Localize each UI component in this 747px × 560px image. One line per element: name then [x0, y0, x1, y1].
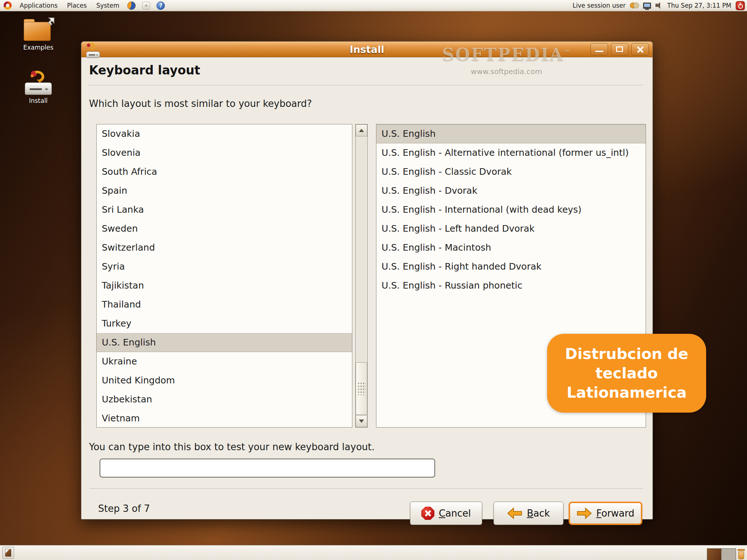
- country-row[interactable]: Slovakia: [97, 124, 352, 143]
- country-row[interactable]: Thailand: [97, 295, 352, 314]
- maximize-button[interactable]: [611, 43, 628, 55]
- launcher-icon[interactable]: [142, 2, 150, 9]
- close-button[interactable]: [631, 43, 649, 55]
- panel-left-cluster: Applications Places System ?: [0, 1, 165, 10]
- window-titlebar[interactable]: Install: [81, 42, 653, 57]
- country-row[interactable]: Switzerland: [97, 238, 352, 257]
- window-controls: [591, 43, 653, 55]
- country-row[interactable]: South Africa: [97, 162, 352, 181]
- shortcut-arrow-icon: [44, 15, 57, 27]
- country-row[interactable]: Vietnam: [97, 409, 352, 428]
- show-desktop-button[interactable]: [2, 547, 14, 559]
- scrollbar-grip-icon: [358, 383, 366, 395]
- variant-row[interactable]: U.S. English - Russian phonetic: [376, 276, 646, 295]
- country-row[interactable]: Syria: [97, 257, 352, 276]
- variant-row[interactable]: U.S. English - Left handed Dvorak: [376, 219, 646, 238]
- keyboard-test-input[interactable]: [100, 459, 435, 478]
- help-icon[interactable]: ?: [156, 1, 165, 10]
- forward-label: Forward: [596, 508, 635, 519]
- cancel-icon: [421, 507, 434, 520]
- arrow-down-icon: [359, 420, 364, 423]
- desktop-icon-label: Install: [15, 97, 62, 104]
- country-row[interactable]: United Kingdom: [97, 371, 352, 390]
- country-list-scrollbar[interactable]: [355, 124, 368, 428]
- panel-right-cluster: Live session user Thu Sep 27, 3:11 PM: [573, 1, 747, 10]
- country-row[interactable]: Sweden: [97, 219, 352, 238]
- step-indicator: Step 3 of 7: [98, 503, 150, 514]
- variant-row[interactable]: U.S. English - Alternative international…: [376, 143, 646, 162]
- variant-row[interactable]: U.S. English - Classic Dvorak: [376, 162, 646, 181]
- cancel-button[interactable]: Cancel: [410, 502, 482, 525]
- cancel-label: Cancel: [439, 508, 471, 519]
- firefox-icon[interactable]: [127, 1, 136, 10]
- window-emblem-icon: [86, 43, 95, 50]
- country-row[interactable]: U.S. English: [97, 333, 352, 352]
- country-row[interactable]: Slovenia: [97, 143, 352, 162]
- cd-drive-icon: [25, 82, 52, 95]
- menu-places[interactable]: Places: [66, 1, 88, 10]
- folder-shortcut-icon: [24, 19, 53, 42]
- annotation-callout: Distrubcion de teclado Lationamerica: [547, 334, 706, 413]
- desktop-icon-label: Examples: [15, 44, 62, 51]
- variant-row[interactable]: U.S. English - International (with dead …: [376, 200, 646, 219]
- menu-applications[interactable]: Applications: [18, 1, 59, 10]
- menu-system[interactable]: System: [95, 1, 121, 10]
- variant-row[interactable]: U.S. English - Dvorak: [376, 181, 646, 200]
- bottom-taskbar: [0, 545, 747, 560]
- desktop-icon-install[interactable]: Install: [15, 69, 62, 104]
- screen: Applications Places System ? Live sessio…: [0, 0, 747, 560]
- window-body: Keyboard layout Which layout is most sim…: [81, 57, 653, 519]
- top-panel: Applications Places System ? Live sessio…: [0, 0, 747, 11]
- country-row[interactable]: Ukraine: [97, 352, 352, 371]
- question-label: Which layout is most similar to your key…: [89, 98, 312, 109]
- user-switcher-icon[interactable]: [630, 2, 639, 9]
- page-title: Keyboard layout: [89, 63, 200, 77]
- forward-button[interactable]: Forward: [569, 502, 642, 525]
- back-button[interactable]: Back: [494, 502, 564, 525]
- workspace-2[interactable]: [721, 548, 736, 560]
- country-row[interactable]: Spain: [97, 181, 352, 200]
- heading-separator: [89, 85, 643, 86]
- variant-row[interactable]: U.S. English - Macintosh: [376, 238, 646, 257]
- volume-icon[interactable]: [655, 2, 663, 9]
- country-list[interactable]: SlovakiaSloveniaSouth AfricaSpainSri Lan…: [96, 124, 352, 428]
- forward-arrow-icon: [577, 507, 592, 519]
- desktop-icon-examples[interactable]: Examples: [15, 19, 62, 51]
- minimize-button[interactable]: [591, 43, 608, 55]
- window-icon: [86, 43, 100, 56]
- minimize-icon: [595, 51, 603, 52]
- country-row[interactable]: Turkey: [97, 314, 352, 333]
- close-icon: [636, 46, 644, 54]
- window-title: Install: [81, 44, 653, 55]
- test-box-label: You can type into this box to test your …: [89, 441, 375, 452]
- install-window: Install Keyboard layout Which layout is …: [81, 41, 653, 520]
- country-row[interactable]: Tajikistan: [97, 276, 352, 295]
- footer-separator: [89, 488, 643, 489]
- install-emblem-icon: [29, 69, 48, 83]
- maximize-icon: [616, 46, 623, 52]
- trash-icon[interactable]: [737, 548, 746, 560]
- variant-row[interactable]: U.S. English - Right handed Dvorak: [376, 257, 646, 276]
- clock[interactable]: Thu Sep 27, 3:11 PM: [667, 2, 731, 9]
- variant-row[interactable]: U.S. English: [376, 124, 646, 143]
- scrollbar-thumb[interactable]: [356, 362, 367, 415]
- workspace-1[interactable]: [707, 548, 721, 560]
- back-arrow-icon: [507, 507, 522, 519]
- power-icon[interactable]: [736, 1, 745, 10]
- arrow-up-icon: [359, 129, 364, 132]
- country-row[interactable]: Uzbekistan: [97, 390, 352, 409]
- show-desktop-icon: [5, 549, 11, 557]
- back-label: Back: [527, 508, 550, 519]
- workspace-switcher[interactable]: [707, 548, 736, 560]
- scroll-down-button[interactable]: [356, 415, 367, 427]
- monitor-icon[interactable]: [643, 3, 651, 9]
- ubuntu-logo-icon[interactable]: [4, 1, 12, 9]
- scroll-up-button[interactable]: [356, 124, 367, 136]
- annotation-text: Distrubcion de teclado Lationamerica: [565, 344, 688, 402]
- country-row[interactable]: Sri Lanka: [97, 200, 352, 219]
- live-session-user-label[interactable]: Live session user: [573, 2, 626, 9]
